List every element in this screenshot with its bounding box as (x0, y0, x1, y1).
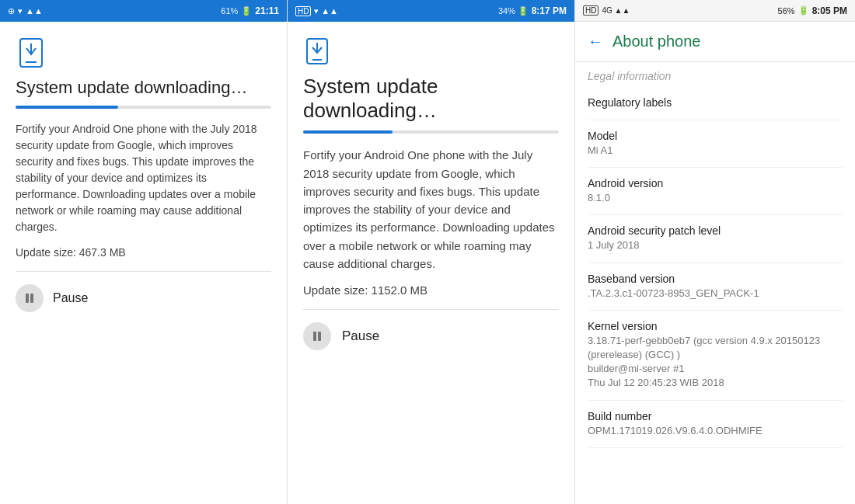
android-version-value: 8.1.0 (588, 191, 843, 205)
hd-label: HD (295, 6, 311, 16)
time-display: 21:11 (255, 5, 279, 16)
svg-rect-4 (30, 294, 33, 303)
security-patch-value: 1 July 2018 (588, 238, 843, 252)
update-description: Fortify your Android One phone with the … (16, 121, 271, 235)
build-number-value: OPM1.171019.026.V9.6.4.0.ODHMIFE (588, 424, 843, 438)
update-icon-2 (303, 37, 331, 65)
status-bar-panel2: HD ▾ ▲▲ 34% 🔋 8:17 PM (288, 0, 574, 22)
kernel-value: 3.18.71-perf-gebb0eb7 (gcc version 4.9.x… (588, 334, 843, 391)
battery-icon: 🔋 (241, 6, 252, 16)
wifi-icon-2: ▾ (314, 6, 319, 16)
svg-rect-9 (318, 332, 321, 341)
status-bar-panel3: HD 4G ▲▲ 56% 🔋 8:05 PM (575, 0, 855, 22)
status-bar-left-icons-2: HD ▾ ▲▲ (295, 5, 338, 16)
time-display-3: 8:05 PM (812, 5, 847, 16)
model-value: Mi A1 (588, 144, 843, 158)
update-size-2: Update size: 1152.0 MB (303, 283, 559, 297)
about-phone-title: About phone (612, 33, 700, 50)
panel-3: HD 4G ▲▲ 56% 🔋 8:05 PM ← About phone Leg… (575, 0, 855, 504)
about-item-build: Build number OPM1.171019.026.V9.6.4.0.OD… (588, 401, 843, 448)
progress-bar-2 (303, 130, 559, 134)
about-item-baseband: Baseband version .TA.2.3.c1-00723-8953_G… (588, 263, 843, 311)
status-bar-right-icons-2: 34% 🔋 8:17 PM (498, 5, 567, 16)
about-item-android-version: Android version 8.1.0 (588, 168, 843, 215)
status-bar-panel1: ⊕ ▾ ▲▲ 61% 🔋 21:11 (0, 0, 287, 22)
signal-icon: ▲▲ (26, 6, 43, 16)
wifi-icon: ▾ (18, 6, 23, 16)
about-item-kernel: Kernel version 3.18.71-perf-gebb0eb7 (gc… (588, 311, 843, 401)
panel-1: ⊕ ▾ ▲▲ 61% 🔋 21:11 System update downloa… (0, 0, 288, 504)
about-item-model: Model Mi A1 (588, 120, 843, 168)
update-icon (16, 37, 47, 68)
panel-2: HD ▾ ▲▲ 34% 🔋 8:17 PM System update down… (288, 0, 575, 504)
pause-icon (16, 284, 44, 312)
battery-icon-3: 🔋 (798, 5, 809, 16)
kernel-label: Kernel version (588, 320, 843, 332)
baseband-value: .TA.2.3.c1-00723-8953_GEN_PACK-1 (588, 287, 843, 301)
panel1-content: System update downloading… Fortify your … (0, 22, 287, 504)
progress-fill-2 (303, 130, 393, 134)
hd-label-3: HD (583, 5, 598, 16)
svg-rect-8 (313, 332, 316, 341)
signal-icon-2: ▲▲ (321, 6, 338, 16)
progress-fill (16, 106, 118, 109)
regulatory-label: Regulatory labels (588, 96, 843, 109)
battery-icon-2: 🔋 (518, 6, 529, 16)
pause-icon-2 (303, 322, 331, 350)
update-size: Update size: 467.3 MB (16, 246, 271, 259)
status-bar-left-icons: ⊕ ▾ ▲▲ (8, 6, 43, 16)
build-number-label: Build number (588, 410, 843, 422)
pause-label-2: Pause (342, 328, 379, 344)
status-bar-right-icons: 61% 🔋 21:11 (221, 5, 279, 16)
about-list: Legal information Regulatory labels Mode… (575, 62, 855, 504)
battery-percent-2: 34% (498, 6, 515, 16)
android-version-label: Android version (588, 177, 843, 189)
baseband-label: Baseband version (588, 273, 843, 285)
update-title-2: System update downloading… (303, 75, 559, 123)
pause-label: Pause (53, 291, 88, 305)
signal-icon-3: 4G ▲▲ (602, 6, 630, 15)
update-description-2: Fortify your Android One phone with the … (303, 146, 559, 273)
battery-percent-3: 56% (778, 6, 795, 16)
pause-button-2[interactable]: Pause (303, 319, 559, 353)
about-item-regulatory: Regulatory labels (588, 87, 843, 120)
panel2-content: System update downloading… Fortify your … (288, 22, 574, 504)
update-title: System update downloading… (16, 78, 271, 98)
battery-percent: 61% (221, 6, 238, 16)
legal-information-partial: Legal information (588, 62, 843, 87)
pause-button[interactable]: Pause (16, 281, 271, 315)
back-button[interactable]: ← (588, 33, 603, 50)
about-item-security-patch: Android security patch level 1 July 2018 (588, 215, 843, 262)
progress-bar (16, 106, 271, 109)
divider (16, 271, 271, 272)
security-patch-label: Android security patch level (588, 224, 843, 237)
divider-2 (303, 309, 559, 310)
about-header: ← About phone (575, 22, 855, 62)
svg-rect-3 (26, 294, 29, 303)
notification-icon: ⊕ (8, 6, 15, 16)
time-display-2: 8:17 PM (532, 5, 567, 16)
model-label: Model (588, 130, 843, 142)
